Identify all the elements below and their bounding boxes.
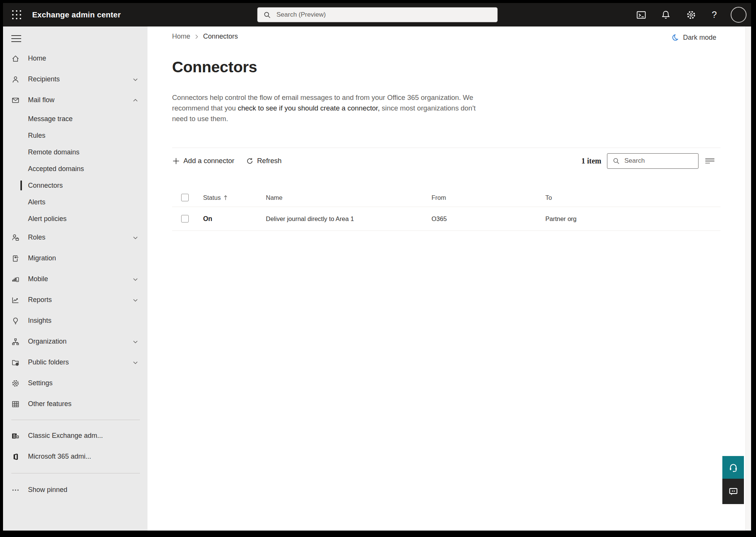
chevron-up-icon xyxy=(132,97,138,103)
sidebar-item-label: Alerts xyxy=(28,198,45,206)
column-header-label: Name xyxy=(266,194,283,201)
refresh-button[interactable]: Refresh xyxy=(246,157,282,165)
connectors-table: Status Name From To On Deliver journal d… xyxy=(172,188,720,231)
sidebar-item-home[interactable]: Home xyxy=(3,48,147,69)
sidebar-item-label: Migration xyxy=(28,254,56,262)
sidebar-item-label: Mail flow xyxy=(28,96,54,104)
sidebar-item-remote-domains[interactable]: Remote domains xyxy=(3,144,147,160)
breadcrumb-current: Connectors xyxy=(203,33,238,40)
support-button[interactable] xyxy=(722,456,744,479)
sidebar-item-accepted-domains[interactable]: Accepted domains xyxy=(3,160,147,177)
feedback-button[interactable] xyxy=(722,479,744,504)
sidebar-item-show-pinned[interactable]: Show pinned xyxy=(3,479,147,500)
main-content: Home Connectors Dark mode Connectors Con… xyxy=(147,26,746,531)
filter-icon[interactable] xyxy=(704,155,716,167)
sidebar-item-label: Settings xyxy=(28,379,53,387)
sidebar-nav: Home Recipients Mail flow Message trace … xyxy=(3,48,147,500)
sidebar-item-other-features[interactable]: Other features xyxy=(3,394,147,414)
search-icon xyxy=(613,157,620,165)
selected-indicator xyxy=(20,181,22,190)
global-search[interactable] xyxy=(257,7,498,22)
add-connector-button[interactable]: Add a connector xyxy=(172,157,234,165)
add-connector-label: Add a connector xyxy=(183,157,234,165)
dark-mode-label: Dark mode xyxy=(683,34,716,42)
toolbar: Add a connector Refresh xyxy=(172,153,282,169)
sidebar-item-alerts[interactable]: Alerts xyxy=(3,194,147,210)
sidebar-item-public-folders[interactable]: Public folders xyxy=(3,352,147,373)
table-row[interactable]: On Deliver journal directly to Area 1 O3… xyxy=(172,207,720,231)
sidebar-item-label: Message trace xyxy=(28,115,73,123)
description-text: since most organizations don't xyxy=(380,104,475,112)
search-icon xyxy=(264,11,271,19)
column-header-name[interactable]: Name xyxy=(266,194,432,201)
sidebar-item-label: Alert policies xyxy=(28,215,67,223)
connector-to: Partner org xyxy=(545,215,720,223)
sidebar-item-recipients[interactable]: Recipients xyxy=(3,69,147,90)
column-header-to[interactable]: To xyxy=(545,194,720,201)
sidebar-item-label: Connectors xyxy=(28,182,63,190)
sidebar-item-message-trace[interactable]: Message trace xyxy=(3,111,147,127)
select-all-checkbox[interactable] xyxy=(181,194,189,201)
sort-ascending-icon xyxy=(224,195,228,201)
sidebar-item-organization[interactable]: Organization xyxy=(3,331,147,352)
sidebar-item-mail-flow[interactable]: Mail flow xyxy=(3,90,147,111)
vertical-scrollbar[interactable] xyxy=(745,26,751,531)
sidebar-item-connectors[interactable]: Connectors xyxy=(3,177,147,194)
sidebar-item-label: Reports xyxy=(28,296,52,304)
breadcrumb: Home Connectors xyxy=(172,33,238,40)
home-icon xyxy=(11,54,20,63)
global-search-input[interactable] xyxy=(276,11,474,19)
toolbar-divider xyxy=(172,148,720,148)
check-connector-link[interactable]: check to see if you should create a conn… xyxy=(238,104,380,112)
sidebar-item-alert-policies[interactable]: Alert policies xyxy=(3,210,147,227)
sidebar-item-mobile[interactable]: Mobile xyxy=(3,269,147,290)
sidebar-item-settings[interactable]: Settings xyxy=(3,373,147,394)
sidebar-item-roles[interactable]: Roles xyxy=(3,227,147,248)
column-header-status[interactable]: Status xyxy=(203,194,266,201)
mobile-icon xyxy=(11,275,20,283)
chevron-down-icon xyxy=(132,360,138,366)
app-launcher-icon[interactable] xyxy=(12,10,22,20)
sidebar-item-migration[interactable]: Migration xyxy=(3,248,147,269)
sidebar-item-label: Roles xyxy=(28,233,45,241)
moon-icon xyxy=(671,33,680,42)
sidebar-item-label: Show pinned xyxy=(28,486,67,494)
sidebar-item-insights[interactable]: Insights xyxy=(3,310,147,331)
column-header-label: Status xyxy=(203,194,221,201)
chevron-down-icon xyxy=(132,276,138,282)
grid-table-icon xyxy=(11,400,20,408)
ellipsis-icon xyxy=(11,486,20,494)
notifications-bell-icon[interactable] xyxy=(661,3,671,26)
sidebar-item-reports[interactable]: Reports xyxy=(3,290,147,310)
app-title: Exchange admin center xyxy=(32,3,121,26)
row-checkbox[interactable] xyxy=(181,215,189,223)
settings-gear-icon[interactable] xyxy=(686,3,696,26)
microsoft-365-logo-icon xyxy=(11,453,20,461)
terminal-icon[interactable] xyxy=(636,3,646,26)
sidebar-item-classic-exchange-admin[interactable]: Classic Exchange adm... xyxy=(3,425,147,446)
sidebar: Home Recipients Mail flow Message trace … xyxy=(3,26,147,531)
connector-name[interactable]: Deliver journal directly to Area 1 xyxy=(266,215,432,223)
app-window: Exchange admin center ? Home Recipie xyxy=(3,3,751,531)
table-search-input[interactable] xyxy=(624,157,693,165)
hamburger-menu-icon[interactable] xyxy=(11,35,21,42)
sidebar-item-microsoft-365-admin[interactable]: Microsoft 365 admi... xyxy=(3,446,147,467)
page-description: Connectors help control the flow of emai… xyxy=(172,92,505,124)
sidebar-divider xyxy=(11,420,140,420)
column-header-from[interactable]: From xyxy=(432,194,545,201)
column-header-label: From xyxy=(432,194,446,201)
org-chart-icon xyxy=(11,338,20,346)
dark-mode-toggle[interactable]: Dark mode xyxy=(671,33,716,42)
folder-globe-icon xyxy=(11,358,20,367)
account-avatar[interactable] xyxy=(731,7,747,23)
chevron-down-icon xyxy=(132,76,138,82)
sidebar-item-rules[interactable]: Rules xyxy=(3,127,147,144)
toolbar-right: 1 item xyxy=(581,153,716,169)
sidebar-item-label: Public folders xyxy=(28,358,69,366)
table-search[interactable] xyxy=(607,153,699,169)
help-icon[interactable]: ? xyxy=(712,3,717,26)
refresh-icon xyxy=(246,157,254,165)
chevron-down-icon xyxy=(132,235,138,241)
breadcrumb-home-link[interactable]: Home xyxy=(172,33,190,40)
breadcrumb-chevron-icon xyxy=(195,34,199,39)
